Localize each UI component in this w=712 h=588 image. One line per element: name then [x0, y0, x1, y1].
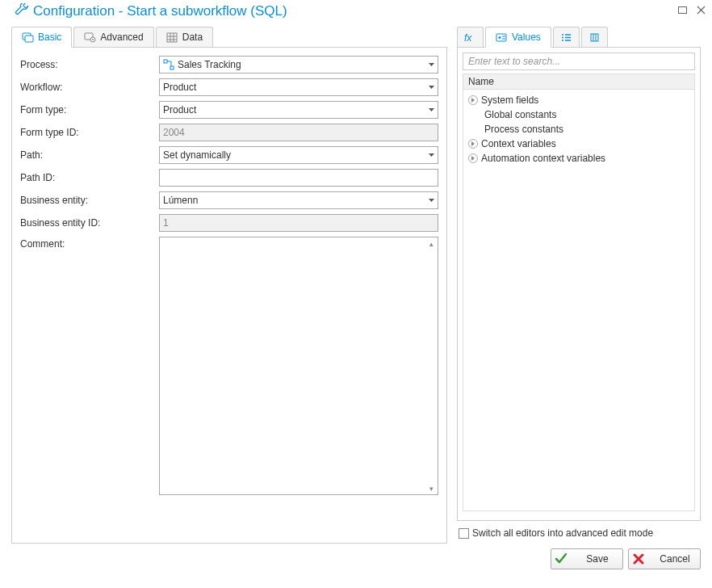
fields-icon: [588, 32, 601, 43]
tree-item-context-variables[interactable]: Context variables: [468, 136, 689, 151]
title-bar: Configuration - Start a subworkflow (SQL…: [0, 0, 712, 26]
svg-text:fx: fx: [464, 32, 472, 43]
tab-basic[interactable]: Basic: [11, 27, 72, 48]
workflow-select[interactable]: Product: [159, 78, 438, 96]
path-id-label: Path ID:: [20, 172, 159, 183]
business-entity-id-field: 1: [159, 214, 438, 232]
right-tab-strip: fx Values: [457, 26, 701, 48]
cancel-button[interactable]: Cancel: [628, 548, 701, 569]
tab-fx[interactable]: fx: [457, 27, 484, 47]
chevron-down-icon: [429, 86, 434, 89]
save-button[interactable]: Save: [551, 548, 623, 569]
comment-label: Comment:: [20, 237, 159, 495]
svg-rect-10: [496, 34, 506, 41]
svg-rect-6: [167, 33, 177, 42]
tree-item-global-constants[interactable]: Global constants: [468, 107, 689, 122]
tab-data[interactable]: Data: [156, 27, 213, 47]
form-type-id-label: Form type ID:: [20, 127, 159, 138]
chevron-down-icon: [429, 199, 434, 202]
function-icon: fx: [464, 32, 476, 43]
path-select[interactable]: Set dynamically: [159, 146, 438, 164]
process-select[interactable]: Sales Tracking: [159, 56, 438, 74]
scroll-up-icon[interactable]: ▴: [425, 237, 438, 250]
form-type-id-field: 2004: [159, 124, 438, 141]
expand-icon[interactable]: [468, 153, 478, 163]
advanced-mode-label: Switch all editors into advanced edit mo…: [472, 527, 653, 539]
tab-values[interactable]: Values: [485, 27, 551, 48]
form-container: Process: Sales Tracking Workflow:: [11, 48, 447, 544]
tree-item-label: System fields: [481, 94, 538, 106]
tab-label: Advanced: [100, 32, 143, 43]
form-type-id-value: 2004: [163, 127, 185, 138]
tree-item-label: Process constants: [484, 124, 563, 135]
tree-column-header[interactable]: Name: [463, 74, 695, 90]
business-entity-select[interactable]: Lúmenn: [159, 191, 438, 209]
chevron-down-icon: [429, 63, 434, 66]
business-entity-id-value: 1: [163, 217, 169, 229]
process-label: Process:: [20, 59, 159, 70]
tab-label: Values: [512, 32, 541, 43]
scroll-down-icon[interactable]: ▾: [425, 482, 438, 494]
svg-point-5: [92, 39, 94, 40]
maximize-icon[interactable]: [678, 6, 687, 17]
left-pane: Basic Advanced Data Process:: [11, 26, 447, 544]
gear-doc-icon: [84, 32, 96, 43]
path-value: Set dynamically: [163, 149, 231, 161]
tree-item-system-fields[interactable]: System fields: [468, 93, 689, 107]
comment-textarea[interactable]: ▴ ▾: [159, 237, 438, 495]
business-entity-label: Business entity:: [20, 195, 159, 206]
grid-icon: [166, 32, 178, 43]
workflow-value: Product: [163, 82, 196, 93]
tab-label: Data: [182, 32, 203, 43]
check-icon: [555, 552, 568, 565]
button-bar: Save Cancel: [0, 544, 712, 569]
form-type-select[interactable]: Product: [159, 101, 438, 119]
advanced-mode-row[interactable]: Switch all editors into advanced edit mo…: [457, 521, 701, 539]
tab-advanced[interactable]: Advanced: [73, 27, 153, 47]
svg-rect-7: [164, 60, 167, 63]
window-controls: [678, 6, 706, 17]
search-placeholder: Enter text to search...: [468, 56, 560, 67]
business-entity-id-label: Business entity ID:: [20, 217, 159, 229]
values-icon: [496, 32, 508, 43]
svg-rect-8: [170, 66, 174, 69]
save-button-label: Save: [572, 553, 622, 565]
list-icon: [560, 32, 572, 43]
tab-fields[interactable]: [581, 27, 608, 47]
svg-point-11: [499, 36, 501, 39]
form-type-value: Product: [163, 104, 196, 116]
process-icon: [163, 59, 174, 70]
right-content: Enter text to search... Name System fiel…: [457, 48, 701, 521]
chevron-down-icon: [429, 108, 434, 111]
svg-rect-12: [591, 34, 598, 41]
wrench-icon: [15, 3, 28, 19]
tree-item-process-constants[interactable]: Process constants: [468, 122, 689, 136]
close-icon[interactable]: [697, 6, 706, 17]
tree-body: System fields Global constants Process c…: [463, 90, 695, 511]
tab-list[interactable]: [553, 27, 580, 47]
process-value: Sales Tracking: [178, 59, 241, 70]
right-pane: fx Values Enter text to search... Name: [457, 26, 701, 544]
chevron-down-icon: [429, 153, 434, 157]
tree-item-label: Context variables: [481, 138, 556, 149]
tab-label: Basic: [38, 32, 61, 43]
svg-rect-2: [25, 36, 33, 42]
path-label: Path:: [20, 149, 159, 161]
business-entity-value: Lúmenn: [163, 195, 198, 206]
cancel-button-label: Cancel: [650, 553, 700, 565]
document-icon: [22, 32, 34, 43]
tree-item-label: Global constants: [484, 109, 556, 120]
svg-rect-0: [679, 7, 687, 14]
workflow-label: Workflow:: [20, 82, 159, 93]
expand-icon[interactable]: [468, 139, 478, 149]
advanced-mode-checkbox[interactable]: [459, 528, 469, 539]
search-input[interactable]: Enter text to search...: [463, 52, 695, 70]
expand-icon[interactable]: [468, 95, 478, 105]
form-type-label: Form type:: [20, 104, 159, 116]
left-tab-strip: Basic Advanced Data: [11, 26, 447, 48]
window-title: Configuration - Start a subworkflow (SQL…: [33, 3, 287, 19]
tree-item-automation-context-variables[interactable]: Automation context variables: [468, 151, 689, 166]
tree-header-label: Name: [468, 76, 494, 87]
path-id-input[interactable]: [159, 169, 438, 187]
cancel-icon: [632, 552, 645, 565]
